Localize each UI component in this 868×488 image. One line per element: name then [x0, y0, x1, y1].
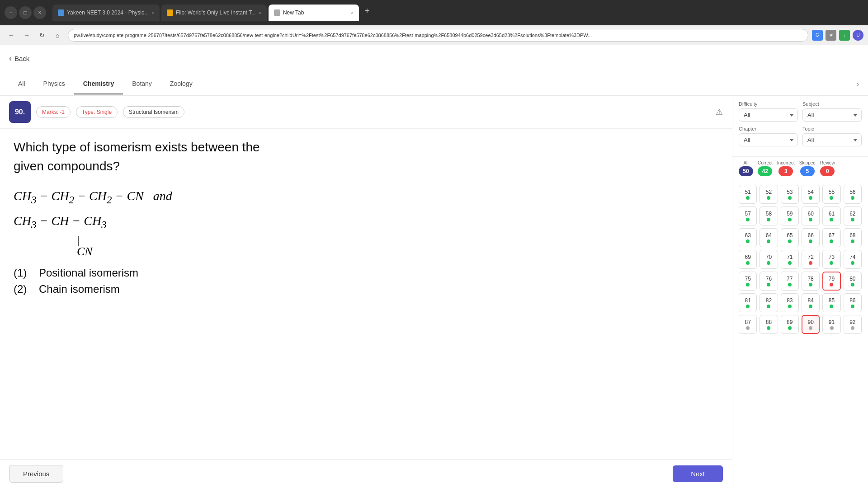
difficulty-label: Difficulty: [739, 101, 798, 107]
grid-cell-90[interactable]: 90: [802, 315, 820, 334]
grid-cell-66[interactable]: 66: [802, 228, 820, 247]
stat-correct[interactable]: Correct 42: [758, 160, 773, 176]
tab-physics[interactable]: Physics: [34, 74, 74, 94]
grid-cell-81[interactable]: 81: [739, 293, 757, 312]
grid-cell-82[interactable]: 82: [760, 293, 778, 312]
tab-close-filo[interactable]: ×: [259, 10, 261, 15]
close-btn[interactable]: ×: [33, 6, 46, 19]
grid-cell-52[interactable]: 52: [760, 185, 778, 204]
tab-filo[interactable]: Filo: World's Only Live Instant T... ×: [161, 5, 267, 21]
grid-cell-88[interactable]: 88: [760, 315, 778, 334]
grid-cell-dot: [809, 218, 812, 221]
grid-cell-dot: [830, 283, 833, 286]
grid-cell-87[interactable]: 87: [739, 315, 757, 334]
formula-line2: CH3 − CH − CH3: [14, 210, 718, 235]
stat-skipped[interactable]: Skipped 5: [799, 160, 816, 176]
ext-icon-2[interactable]: ★: [826, 30, 836, 41]
alert-icon[interactable]: ⚠: [716, 107, 723, 117]
tab-yakeen[interactable]: Yakeen NEET 3.0 2024 - Physic... ×: [52, 5, 160, 21]
grid-cell-79[interactable]: 79: [822, 272, 840, 291]
chapter-select[interactable]: All: [739, 133, 798, 146]
grid-cell-76[interactable]: 76: [760, 272, 778, 291]
grid-cell-83[interactable]: 83: [781, 293, 799, 312]
grid-cell-86[interactable]: 86: [844, 293, 862, 312]
previous-button[interactable]: Previous: [9, 465, 63, 483]
user-avatar[interactable]: U: [853, 30, 863, 41]
grid-cell-dot: [767, 218, 770, 221]
option-1-text: Positional isomerism: [39, 267, 138, 279]
expand-icon[interactable]: ›: [857, 80, 859, 88]
grid-cell-78[interactable]: 78: [802, 272, 820, 291]
stat-all-badge: 50: [739, 166, 753, 176]
forward-nav-btn[interactable]: →: [20, 28, 33, 42]
grid-cell-dot: [809, 283, 812, 286]
window-controls: − □ ×: [5, 6, 46, 19]
grid-cell-68[interactable]: 68: [844, 228, 862, 247]
grid-cell-57[interactable]: 57: [739, 206, 757, 225]
grid-cell-91[interactable]: 91: [822, 315, 840, 334]
home-btn[interactable]: ⌂: [51, 28, 64, 42]
address-input[interactable]: [68, 29, 808, 42]
back-button[interactable]: ‹ Back: [9, 54, 29, 63]
grid-cell-dot: [788, 239, 792, 243]
option-1-num: (1): [14, 267, 36, 279]
stat-review[interactable]: Review 0: [820, 160, 835, 176]
grid-cell-58[interactable]: 58: [760, 206, 778, 225]
grid-cell-72[interactable]: 72: [802, 250, 820, 269]
grid-cell-67[interactable]: 67: [822, 228, 840, 247]
q-text-line1: Which type of isomerism exists between t…: [14, 140, 260, 154]
stat-skipped-label: Skipped: [799, 160, 816, 165]
subject-tabs: All Physics Chemistry Botany Zoology ›: [0, 72, 868, 96]
tab-zoology[interactable]: Zoology: [161, 74, 202, 94]
grid-cell-74[interactable]: 74: [844, 250, 862, 269]
option-1[interactable]: (1) Positional isomerism: [14, 267, 718, 279]
grid-cell-80[interactable]: 80: [844, 272, 862, 291]
maximize-btn[interactable]: □: [19, 6, 32, 19]
grid-cell-70[interactable]: 70: [760, 250, 778, 269]
grid-cell-61[interactable]: 61: [822, 206, 840, 225]
grid-cell-89[interactable]: 89: [781, 315, 799, 334]
grid-cell-53[interactable]: 53: [781, 185, 799, 204]
grid-cell-84[interactable]: 84: [802, 293, 820, 312]
tab-newtab[interactable]: New Tab ×: [269, 5, 359, 21]
minimize-btn[interactable]: −: [5, 6, 17, 19]
formula-section: CH3 − CH2 − CH2 − CN and CH3 − CH − CH3 …: [14, 185, 718, 258]
stat-all[interactable]: All 50: [739, 160, 753, 176]
stat-incorrect[interactable]: Incorrect 3: [777, 160, 795, 176]
tab-chemistry[interactable]: Chemistry: [74, 74, 123, 94]
tab-close-yakeen[interactable]: ×: [151, 10, 154, 15]
subject-select[interactable]: All: [802, 108, 862, 122]
back-nav-btn[interactable]: ←: [5, 28, 18, 42]
grid-cell-62[interactable]: 62: [844, 206, 862, 225]
tab-botany[interactable]: Botany: [123, 74, 161, 94]
grid-cell-85[interactable]: 85: [822, 293, 840, 312]
grid-cell-69[interactable]: 69: [739, 250, 757, 269]
grid-cell-dot: [830, 261, 833, 265]
grid-cell-60[interactable]: 60: [802, 206, 820, 225]
grid-cell-73[interactable]: 73: [822, 250, 840, 269]
option-2[interactable]: (2) Chain isomerism: [14, 283, 718, 296]
add-tab-btn[interactable]: +: [361, 5, 373, 17]
grid-cell-71[interactable]: 71: [781, 250, 799, 269]
grid-cell-59[interactable]: 59: [781, 206, 799, 225]
next-button[interactable]: Next: [673, 465, 723, 482]
grid-cell-77[interactable]: 77: [781, 272, 799, 291]
tab-close-newtab[interactable]: ×: [351, 10, 354, 15]
question-text: Which type of isomerism exists between t…: [14, 138, 718, 176]
grid-cell-63[interactable]: 63: [739, 228, 757, 247]
grid-cell-65[interactable]: 65: [781, 228, 799, 247]
reload-btn[interactable]: ↻: [35, 28, 49, 42]
tab-all[interactable]: All: [9, 74, 34, 94]
grid-cell-64[interactable]: 64: [760, 228, 778, 247]
grid-cell-56[interactable]: 56: [844, 185, 862, 204]
grid-cell-54[interactable]: 54: [802, 185, 820, 204]
ext-icon-3[interactable]: ↓: [839, 30, 850, 41]
address-bar-row: ← → ↻ ⌂ G ★ ↓ U: [0, 25, 868, 45]
grid-cell-92[interactable]: 92: [844, 315, 862, 334]
grid-cell-55[interactable]: 55: [822, 185, 840, 204]
topic-select[interactable]: All: [802, 133, 862, 146]
grid-cell-75[interactable]: 75: [739, 272, 757, 291]
difficulty-select[interactable]: All: [739, 108, 798, 122]
grid-cell-51[interactable]: 51: [739, 185, 757, 204]
ext-icon-1[interactable]: G: [812, 30, 823, 41]
